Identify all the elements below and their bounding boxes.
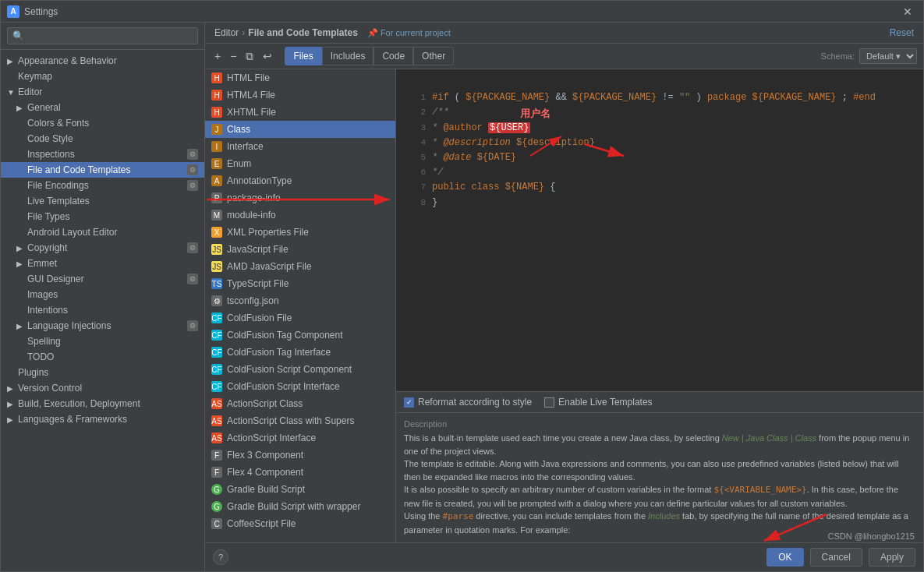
file-item-cf-script-comp[interactable]: CF ColdFusion Script Component <box>205 361 395 378</box>
copy-template-button[interactable]: ⧉ <box>243 48 257 65</box>
as-icon: AS <box>211 433 222 443</box>
sidebar-item-intentions[interactable]: Intentions <box>1 302 204 318</box>
arrow-icon <box>7 369 16 377</box>
close-button[interactable]: ✕ <box>898 4 917 19</box>
code-container: 用户名 1 #if ( ${PACKAGE_NAME} && ${PACKAGE… <box>396 69 923 542</box>
sidebar-item-gui-designer[interactable]: GUI Designer ⚙ <box>1 271 204 287</box>
file-item-annotation[interactable]: A AnnotationType <box>205 172 395 189</box>
sidebar-item-languages[interactable]: ▶ Languages & Frameworks <box>1 411 204 427</box>
arrow-icon <box>16 119 26 128</box>
file-item-interface[interactable]: I Interface <box>205 138 395 155</box>
sidebar-item-file-types[interactable]: File Types <box>1 209 204 224</box>
file-item-flex3[interactable]: F Flex 3 Component <box>205 447 395 464</box>
tab-files[interactable]: Files <box>285 47 321 65</box>
file-item-js[interactable]: JS JavaScript File <box>205 241 395 258</box>
tab-other[interactable]: Other <box>413 47 454 65</box>
sidebar-item-language-injections[interactable]: ▶ Language Injections ⚙ <box>1 318 204 334</box>
sidebar-item-keymap[interactable]: Keymap <box>1 69 204 84</box>
window-title: Settings <box>24 6 898 17</box>
file-item-amd-js[interactable]: JS AMD JavaScript File <box>205 258 395 275</box>
reformat-checkbox[interactable]: ✓ <box>404 397 414 408</box>
apply-button[interactable]: Apply <box>869 548 915 567</box>
cancel-button[interactable]: Cancel <box>810 548 862 567</box>
tab-includes[interactable]: Includes <box>322 47 374 65</box>
file-item-xhtml[interactable]: H XHTML File <box>205 104 395 121</box>
breadcrumb-current: File and Code Templates <box>248 27 357 38</box>
file-item-cf[interactable]: CF ColdFusion File <box>205 309 395 327</box>
arrow-icon <box>7 72 16 81</box>
sidebar-item-file-code-templates[interactable]: File and Code Templates ⚙ <box>1 162 204 178</box>
file-item-label: ActionScript Class with Supers <box>227 415 354 426</box>
file-item-cf-tag-comp[interactable]: CF ColdFusion Tag Component <box>205 327 395 344</box>
sidebar-item-emmet[interactable]: ▶ Emmet <box>1 256 204 271</box>
arrow-icon: ▶ <box>16 244 26 252</box>
remove-template-button[interactable]: − <box>227 48 239 64</box>
file-item-label: module-info <box>227 210 276 221</box>
code-editor[interactable]: 用户名 1 #if ( ${PACKAGE_NAME} && ${PACKAGE… <box>396 69 923 391</box>
sidebar-item-spelling[interactable]: Spelling <box>1 334 204 349</box>
generic-icon: M <box>211 210 222 221</box>
search-input[interactable] <box>7 27 198 44</box>
file-item-cf-tag-iface[interactable]: CF ColdFusion Tag Interface <box>205 344 395 361</box>
file-item-xml-props[interactable]: X XML Properties File <box>205 224 395 241</box>
html-icon: H <box>211 107 222 118</box>
sidebar-item-editor[interactable]: ▼ Editor <box>1 84 204 100</box>
sidebar-item-inspections[interactable]: Inspections ⚙ <box>1 147 204 162</box>
file-item-gradle-wrapper[interactable]: G Gradle Build Script with wrapper <box>205 498 395 515</box>
arrow-icon: ▶ <box>16 104 26 112</box>
java-icon: J <box>211 124 222 135</box>
file-item-html[interactable]: H HTML File <box>205 69 395 87</box>
sidebar-item-appearance[interactable]: ▶ Appearance & Behavior <box>1 53 204 69</box>
enable-live-checkbox[interactable] <box>544 397 554 408</box>
file-item-tsconfig[interactable]: ⚙ tsconfig.json <box>205 292 395 309</box>
file-item-label: ColdFusion Tag Interface <box>227 347 331 358</box>
sidebar-item-colors-fonts[interactable]: Colors & Fonts <box>1 115 204 131</box>
file-item-class[interactable]: J Class <box>205 121 395 138</box>
sidebar-item-plugins[interactable]: Plugins <box>1 365 204 380</box>
schema-select[interactable]: Default ▾ <box>859 48 917 64</box>
file-item-as-class[interactable]: AS ActionScript Class <box>205 395 395 412</box>
file-item-label: Interface <box>227 141 264 152</box>
breadcrumb-root: Editor <box>214 27 239 38</box>
title-bar: A Settings ✕ <box>1 1 923 23</box>
sidebar-item-android-layout[interactable]: Android Layout Editor <box>1 224 204 240</box>
badge-icon: ⚙ <box>187 149 198 160</box>
xml-icon: X <box>211 227 222 238</box>
arrow-icon <box>16 353 26 362</box>
help-button[interactable]: ? <box>213 549 228 565</box>
sidebar-item-live-templates[interactable]: Live Templates <box>1 193 204 209</box>
file-item-as-class-supers[interactable]: AS ActionScript Class with Supers <box>205 412 395 429</box>
file-item-cf-script-iface[interactable]: CF ColdFusion Script Interface <box>205 378 395 395</box>
file-item-enum[interactable]: E Enum <box>205 155 395 172</box>
sidebar-item-code-style[interactable]: Code Style <box>1 131 204 147</box>
reformat-checkbox-label[interactable]: ✓ Reformat according to style <box>404 397 532 408</box>
file-item-label: ColdFusion Tag Component <box>227 330 343 341</box>
file-item-package-info[interactable]: P package-info <box>205 189 395 207</box>
restore-template-button[interactable]: ↩ <box>260 48 275 64</box>
file-item-flex4[interactable]: F Flex 4 Component <box>205 464 395 481</box>
tab-code[interactable]: Code <box>373 47 413 65</box>
file-item-coffee[interactable]: C CoffeeScript File <box>205 515 395 532</box>
file-item-label: HTML File <box>227 72 270 83</box>
top-bar: Editor › File and Code Templates 📌 For c… <box>205 23 923 44</box>
sidebar-item-todo[interactable]: TODO <box>1 349 204 365</box>
file-item-ts[interactable]: TS TypeScript File <box>205 275 395 292</box>
enable-live-checkbox-label[interactable]: Enable Live Templates <box>544 397 653 408</box>
file-item-gradle[interactable]: G Gradle Build Script <box>205 481 395 498</box>
file-item-html4[interactable]: H HTML4 File <box>205 87 395 104</box>
file-item-as-iface[interactable]: AS ActionScript Interface <box>205 429 395 447</box>
sidebar-item-version-control[interactable]: ▶ Version Control <box>1 380 204 396</box>
file-item-module-info[interactable]: M module-info <box>205 207 395 224</box>
sidebar-item-general[interactable]: ▶ General <box>1 100 204 115</box>
coffee-icon: C <box>211 518 222 529</box>
ok-button[interactable]: OK <box>766 548 803 567</box>
add-template-button[interactable]: + <box>211 48 224 64</box>
sidebar-item-file-encodings[interactable]: File Encodings ⚙ <box>1 178 204 193</box>
reset-button[interactable]: Reset <box>890 27 914 38</box>
arrow-icon <box>16 166 26 175</box>
sidebar-item-images[interactable]: Images <box>1 287 204 302</box>
file-item-label: ColdFusion File <box>227 312 292 323</box>
sidebar-item-copyright[interactable]: ▶ Copyright ⚙ <box>1 240 204 256</box>
editor-area: H HTML File H HTML4 File H XHTML File J … <box>205 69 923 542</box>
sidebar-item-build[interactable]: ▶ Build, Execution, Deployment <box>1 396 204 411</box>
